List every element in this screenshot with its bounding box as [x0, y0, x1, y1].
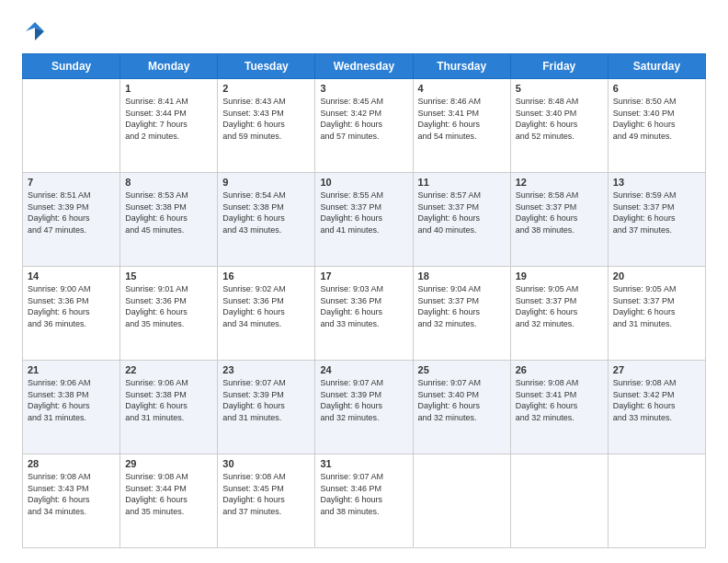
day-number: 29 [125, 458, 212, 469]
day-number: 7 [28, 177, 115, 188]
logo-icon [22, 18, 48, 44]
day-info: Sunrise: 8:46 AM Sunset: 3:41 PM Dayligh… [418, 96, 506, 142]
day-number: 18 [418, 270, 506, 282]
day-cell: 26Sunrise: 9:08 AM Sunset: 3:41 PM Dayli… [510, 361, 608, 454]
day-number: 4 [418, 83, 506, 94]
day-info: Sunrise: 9:00 AM Sunset: 3:36 PM Dayligh… [28, 283, 115, 329]
day-number: 20 [613, 270, 700, 282]
day-info: Sunrise: 8:59 AM Sunset: 3:37 PM Dayligh… [613, 190, 700, 236]
day-number: 19 [516, 270, 603, 282]
col-thursday: Thursday [413, 54, 510, 79]
day-cell: 20Sunrise: 9:05 AM Sunset: 3:37 PM Dayli… [608, 267, 705, 361]
day-info: Sunrise: 9:05 AM Sunset: 3:37 PM Dayligh… [516, 283, 603, 329]
day-number: 3 [320, 83, 407, 94]
day-number: 23 [222, 364, 310, 375]
day-number: 6 [613, 83, 700, 94]
day-number: 31 [320, 458, 407, 469]
day-info: Sunrise: 8:58 AM Sunset: 3:37 PM Dayligh… [516, 190, 603, 236]
day-cell: 16Sunrise: 9:02 AM Sunset: 3:36 PM Dayli… [218, 267, 315, 361]
col-friday: Friday [510, 54, 608, 79]
day-cell: 6Sunrise: 8:50 AM Sunset: 3:40 PM Daylig… [608, 79, 705, 173]
day-cell: 7Sunrise: 8:51 AM Sunset: 3:39 PM Daylig… [23, 173, 120, 267]
day-number: 16 [222, 270, 310, 282]
day-cell: 30Sunrise: 9:08 AM Sunset: 3:45 PM Dayli… [218, 454, 315, 548]
day-info: Sunrise: 9:04 AM Sunset: 3:37 PM Dayligh… [418, 283, 506, 329]
col-saturday: Saturday [608, 54, 705, 79]
day-info: Sunrise: 8:57 AM Sunset: 3:37 PM Dayligh… [418, 190, 506, 236]
day-cell: 15Sunrise: 9:01 AM Sunset: 3:36 PM Dayli… [120, 267, 218, 361]
day-cell: 11Sunrise: 8:57 AM Sunset: 3:37 PM Dayli… [413, 173, 510, 267]
day-cell: 28Sunrise: 9:08 AM Sunset: 3:43 PM Dayli… [23, 454, 120, 548]
header [22, 18, 706, 44]
svg-marker-1 [35, 28, 44, 40]
day-info: Sunrise: 8:41 AM Sunset: 3:44 PM Dayligh… [125, 96, 212, 142]
day-info: Sunrise: 9:03 AM Sunset: 3:36 PM Dayligh… [320, 283, 407, 329]
day-number: 15 [125, 270, 212, 282]
day-cell: 13Sunrise: 8:59 AM Sunset: 3:37 PM Dayli… [608, 173, 705, 267]
header-row: Sunday Monday Tuesday Wednesday Thursday… [23, 54, 706, 79]
week-row-4: 21Sunrise: 9:06 AM Sunset: 3:38 PM Dayli… [23, 361, 706, 454]
day-cell: 29Sunrise: 9:08 AM Sunset: 3:44 PM Dayli… [120, 454, 218, 548]
day-info: Sunrise: 9:01 AM Sunset: 3:36 PM Dayligh… [125, 283, 212, 329]
day-cell: 31Sunrise: 9:07 AM Sunset: 3:46 PM Dayli… [315, 454, 413, 548]
day-cell: 21Sunrise: 9:06 AM Sunset: 3:38 PM Dayli… [23, 361, 120, 454]
day-info: Sunrise: 9:08 AM Sunset: 3:41 PM Dayligh… [516, 377, 603, 423]
day-info: Sunrise: 9:06 AM Sunset: 3:38 PM Dayligh… [28, 377, 115, 423]
day-number: 10 [320, 177, 407, 188]
day-cell: 25Sunrise: 9:07 AM Sunset: 3:40 PM Dayli… [413, 361, 510, 454]
day-info: Sunrise: 9:07 AM Sunset: 3:40 PM Dayligh… [418, 377, 506, 423]
day-number: 26 [516, 364, 603, 375]
day-cell: 9Sunrise: 8:54 AM Sunset: 3:38 PM Daylig… [218, 173, 315, 267]
col-sunday: Sunday [23, 54, 120, 79]
day-info: Sunrise: 8:55 AM Sunset: 3:37 PM Dayligh… [320, 190, 407, 236]
day-cell [608, 454, 705, 548]
day-number: 14 [28, 270, 115, 282]
day-cell: 19Sunrise: 9:05 AM Sunset: 3:37 PM Dayli… [510, 267, 608, 361]
day-cell [510, 454, 608, 548]
day-info: Sunrise: 9:07 AM Sunset: 3:39 PM Dayligh… [320, 377, 407, 423]
day-info: Sunrise: 9:08 AM Sunset: 3:44 PM Dayligh… [125, 471, 212, 517]
day-info: Sunrise: 9:08 AM Sunset: 3:42 PM Dayligh… [613, 377, 700, 423]
day-number: 17 [320, 270, 407, 282]
day-cell [413, 454, 510, 548]
day-cell [23, 79, 120, 173]
day-cell: 27Sunrise: 9:08 AM Sunset: 3:42 PM Dayli… [608, 361, 705, 454]
day-info: Sunrise: 8:50 AM Sunset: 3:40 PM Dayligh… [613, 96, 700, 142]
day-cell: 3Sunrise: 8:45 AM Sunset: 3:42 PM Daylig… [315, 79, 413, 173]
day-cell: 18Sunrise: 9:04 AM Sunset: 3:37 PM Dayli… [413, 267, 510, 361]
day-number: 13 [613, 177, 700, 188]
week-row-1: 1Sunrise: 8:41 AM Sunset: 3:44 PM Daylig… [23, 79, 706, 173]
day-number: 8 [125, 177, 212, 188]
day-number: 9 [222, 177, 310, 188]
day-cell: 22Sunrise: 9:06 AM Sunset: 3:38 PM Dayli… [120, 361, 218, 454]
day-number: 28 [28, 458, 115, 469]
day-number: 5 [516, 83, 603, 94]
day-number: 30 [222, 458, 310, 469]
day-number: 27 [613, 364, 700, 375]
day-info: Sunrise: 8:43 AM Sunset: 3:43 PM Dayligh… [222, 96, 310, 142]
day-info: Sunrise: 8:48 AM Sunset: 3:40 PM Dayligh… [516, 96, 603, 142]
calendar-table: Sunday Monday Tuesday Wednesday Thursday… [22, 53, 706, 548]
day-cell: 17Sunrise: 9:03 AM Sunset: 3:36 PM Dayli… [315, 267, 413, 361]
day-info: Sunrise: 8:51 AM Sunset: 3:39 PM Dayligh… [28, 190, 115, 236]
week-row-3: 14Sunrise: 9:00 AM Sunset: 3:36 PM Dayli… [23, 267, 706, 361]
col-monday: Monday [120, 54, 218, 79]
day-info: Sunrise: 9:05 AM Sunset: 3:37 PM Dayligh… [613, 283, 700, 329]
logo [22, 18, 51, 44]
day-info: Sunrise: 9:08 AM Sunset: 3:45 PM Dayligh… [222, 471, 310, 517]
day-info: Sunrise: 9:08 AM Sunset: 3:43 PM Dayligh… [28, 471, 115, 517]
day-number: 22 [125, 364, 212, 375]
day-cell: 23Sunrise: 9:07 AM Sunset: 3:39 PM Dayli… [218, 361, 315, 454]
week-row-2: 7Sunrise: 8:51 AM Sunset: 3:39 PM Daylig… [23, 173, 706, 267]
day-cell: 24Sunrise: 9:07 AM Sunset: 3:39 PM Dayli… [315, 361, 413, 454]
day-info: Sunrise: 9:07 AM Sunset: 3:46 PM Dayligh… [320, 471, 407, 517]
day-cell: 8Sunrise: 8:53 AM Sunset: 3:38 PM Daylig… [120, 173, 218, 267]
day-cell: 14Sunrise: 9:00 AM Sunset: 3:36 PM Dayli… [23, 267, 120, 361]
day-cell: 12Sunrise: 8:58 AM Sunset: 3:37 PM Dayli… [510, 173, 608, 267]
day-info: Sunrise: 8:53 AM Sunset: 3:38 PM Dayligh… [125, 190, 212, 236]
day-number: 11 [418, 177, 506, 188]
day-cell: 1Sunrise: 8:41 AM Sunset: 3:44 PM Daylig… [120, 79, 218, 173]
col-wednesday: Wednesday [315, 54, 413, 79]
day-info: Sunrise: 8:54 AM Sunset: 3:38 PM Dayligh… [222, 190, 310, 236]
day-number: 21 [28, 364, 115, 375]
